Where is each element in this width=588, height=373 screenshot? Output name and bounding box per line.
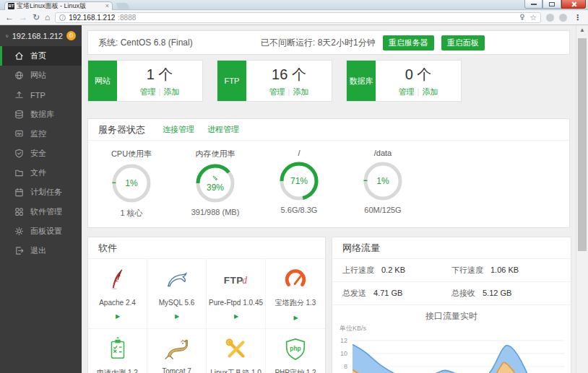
- software-item-btscore[interactable]: 宝塔跑分 1.3▶: [266, 259, 325, 329]
- website-count: 1 个: [147, 65, 173, 84]
- url-port: :8888: [118, 14, 136, 22]
- sidebar: 192.168.1.212 0 首页 网站 FTP 数据库 监控 安全: [0, 25, 82, 373]
- window-controls: [524, 0, 586, 9]
- gauge-cpu: CPU使用率 1% 1 核心: [90, 149, 173, 219]
- bookmark-star-icon[interactable]: ☆: [529, 13, 537, 22]
- card-tag: 网站: [88, 61, 117, 101]
- network-title: 网络流量: [342, 242, 380, 255]
- ftp-manage-link[interactable]: 管理: [269, 87, 285, 96]
- sidebar-item-security[interactable]: 安全: [0, 144, 82, 163]
- chart-monitor-icon: [14, 129, 24, 139]
- page-scrollbar[interactable]: ▲: [576, 25, 588, 373]
- run-status-icon: ▶: [175, 313, 179, 320]
- system-info-bar: 系统: CentOS 6.8 (Final) 已不间断运行: 8天2小时1分钟 …: [87, 30, 570, 55]
- restart-server-button[interactable]: 重启服务器: [383, 35, 434, 51]
- main-content: 系统: CentOS 6.8 (Final) 已不间断运行: 8天2小时1分钟 …: [82, 25, 576, 373]
- sidebar-item-settings[interactable]: 面板设置: [0, 221, 82, 241]
- svg-text:d: d: [242, 275, 247, 286]
- bt-favicon: BT: [8, 3, 14, 9]
- sidebar-item-website[interactable]: 网站: [0, 66, 82, 85]
- speedometer-icon: [283, 267, 308, 291]
- mysql-dolphin-icon: [165, 268, 189, 292]
- clipboard-icon: [105, 337, 130, 361]
- sidebar-item-ftp[interactable]: FTP: [0, 85, 82, 105]
- server-status-title: 服务器状态: [98, 123, 145, 136]
- sidebar-item-software[interactable]: 软件管理: [0, 202, 82, 221]
- sidebar-item-monitor[interactable]: 监控: [0, 124, 82, 144]
- page-info-icon[interactable]: i: [59, 14, 66, 21]
- sidebar-item-files[interactable]: 文件: [0, 163, 82, 183]
- total-row: 总发送4.71 GB 总接收5.12 GB: [332, 282, 571, 305]
- home-icon[interactable]: ⌂: [45, 13, 50, 22]
- process-manage-link[interactable]: 进程管理: [207, 124, 239, 135]
- uptime: 已不间断运行: 8天2小时1分钟: [261, 37, 376, 49]
- new-tab-button[interactable]: [116, 3, 130, 9]
- run-status-icon: ▶: [116, 313, 120, 320]
- software-item-toolbox[interactable]: Linux工具箱 1.0▶: [207, 329, 266, 373]
- browser-tab[interactable]: BT 宝塔Linux面板 - Linux版 ×: [4, 1, 113, 10]
- tab-close-icon[interactable]: ×: [105, 3, 109, 9]
- up-speed-label: 上行速度: [342, 266, 374, 274]
- window-maximize-button[interactable]: [542, 0, 561, 9]
- database-add-link[interactable]: 添加: [422, 87, 438, 96]
- scroll-up-icon[interactable]: ▲: [576, 25, 588, 35]
- globe-icon: [14, 71, 24, 80]
- window-close-button[interactable]: [561, 0, 586, 9]
- connection-manage-link[interactable]: 连接管理: [163, 124, 194, 135]
- window-minimize-button[interactable]: [524, 0, 542, 9]
- database-manage-link[interactable]: 管理: [399, 87, 415, 96]
- svg-text:10: 10: [340, 350, 347, 357]
- php-shield-icon: php: [283, 337, 308, 361]
- total-sent-label: 总发送: [342, 289, 366, 297]
- sidebar-item-cron[interactable]: 计划任务: [0, 183, 82, 202]
- run-status-icon: ▶: [234, 313, 238, 320]
- crossed-tools-icon: [224, 337, 248, 361]
- svg-text:8: 8: [344, 363, 347, 370]
- sidebar-item-database[interactable]: 数据库: [0, 105, 82, 124]
- software-item-beta[interactable]: 申请内测 1.2▶: [88, 329, 147, 373]
- software-item-apache[interactable]: Apache 2.4▶: [88, 259, 147, 329]
- extension-icon[interactable]: [546, 14, 554, 22]
- software-item-tomcat[interactable]: Tomcat 7▶: [147, 329, 207, 373]
- software-item-phpguard[interactable]: php PHP守护 1.2▶: [266, 329, 325, 373]
- restart-panel-button[interactable]: 重启面板: [441, 35, 485, 51]
- back-icon[interactable]: ←: [5, 13, 14, 22]
- shield-icon: [14, 149, 24, 158]
- scrollbar-thumb[interactable]: [578, 38, 587, 251]
- network-traffic-panel: 网络流量 上行速度0.2 KB 下行速度1.06 KB 总发送4.71 GB 总…: [332, 237, 571, 373]
- total-recv-value: 5.12 GB: [483, 289, 511, 297]
- monitor-icon: [6, 31, 9, 41]
- upload-icon: [14, 90, 24, 100]
- software-item-mysql[interactable]: MySQL 5.6▶: [147, 259, 207, 329]
- svg-text:FTP: FTP: [223, 275, 243, 286]
- browser-titlebar: BT 宝塔Linux面板 - Linux版 ×: [0, 0, 588, 10]
- address-bar[interactable]: i 192.168.1.212 :8888 ☆: [55, 12, 541, 23]
- home-icon: [14, 51, 24, 61]
- plugin-icon[interactable]: [519, 14, 526, 21]
- website-manage-link[interactable]: 管理: [140, 87, 156, 96]
- calendar-icon: [14, 188, 24, 197]
- website-add-link[interactable]: 添加: [163, 87, 179, 96]
- database-icon: [14, 110, 24, 119]
- gauge-disk-data: /data 1% 60M/125G: [341, 149, 425, 219]
- card-tag: 数据库: [347, 61, 376, 101]
- traffic-chart: 121086: [332, 333, 571, 373]
- software-item-pureftpd[interactable]: FTPd Pure-Ftpd 1.0.45▶: [207, 259, 266, 329]
- message-badge[interactable]: 0: [66, 31, 76, 40]
- forward-icon[interactable]: →: [19, 13, 27, 22]
- sidebar-item-home[interactable]: 首页: [0, 46, 82, 66]
- extension-icon[interactable]: [559, 14, 567, 22]
- software-panel: 软件 Apache 2.4▶ MySQL 5.6▶ FTPd Pure-Ftpd…: [87, 237, 326, 373]
- refresh-icon[interactable]: ↻: [33, 13, 40, 22]
- sidebar-item-logout[interactable]: 退出: [0, 241, 82, 260]
- logout-icon: [14, 246, 24, 255]
- svg-text:12: 12: [340, 337, 347, 344]
- up-speed-value: 0.2 KB: [381, 266, 405, 274]
- rocket-icon[interactable]: [212, 175, 220, 183]
- server-status-panel: 服务器状态 连接管理 进程管理 CPU使用率 1% 1 核心 内存使用率: [87, 118, 570, 228]
- browser-menu-icon[interactable]: ⋮: [572, 13, 583, 22]
- gear-icon: [14, 227, 24, 236]
- sidebar-header[interactable]: 192.168.1.212 0: [0, 25, 82, 46]
- grid-icon: [14, 207, 24, 216]
- ftp-add-link[interactable]: 添加: [293, 87, 308, 96]
